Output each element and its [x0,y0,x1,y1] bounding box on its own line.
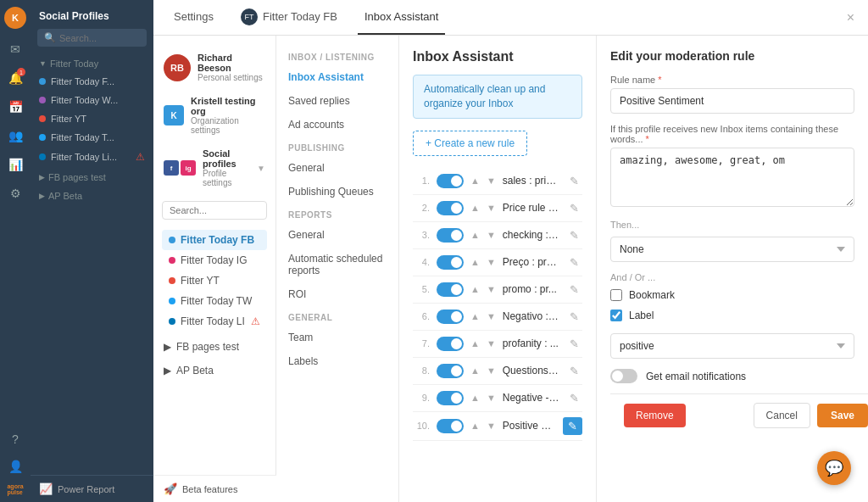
arrow-up-icon[interactable]: ▲ [470,203,480,213]
arrow-down-icon[interactable]: ▼ [487,257,496,267]
sidebar-search-input[interactable] [59,33,140,43]
menu-saved-replies[interactable]: Saved replies [276,89,398,113]
arrow-down-icon[interactable]: ▼ [487,338,496,349]
profile-list-item-fitter-yt[interactable]: Fitter YT [162,271,267,291]
then-select[interactable]: None Bookmark Label Archive Delete [610,237,854,262]
user-avatar-icon[interactable]: K [4,7,26,29]
arrow-up-icon[interactable]: ▲ [470,393,480,403]
menu-team[interactable]: Team [276,326,398,349]
settings-search-input[interactable] [162,201,267,220]
arrow-down-icon[interactable]: ▼ [487,230,496,240]
arrow-up-icon[interactable]: ▲ [470,257,480,267]
menu-roi[interactable]: ROI [276,282,398,306]
group-fitter-today[interactable]: ▼ Fitter Today [31,53,153,72]
arrow-up-icon[interactable]: ▲ [470,421,480,431]
user-role: Personal settings [198,73,265,82]
notifications-icon[interactable]: 🔔 [3,66,27,90]
create-rule-button[interactable]: + Create a new rule [413,131,527,156]
edit-rule-icon[interactable]: ✎ [566,336,582,352]
profile-list-item-fitter-fb[interactable]: Fitter Today FB [162,230,267,250]
rule-toggle-8[interactable] [437,364,464,378]
rule-toggle-9[interactable] [437,391,464,405]
user-richard[interactable]: RB Richard Beeson Personal settings [153,46,275,89]
profile-fitter-today-w[interactable]: Fitter Today W... [31,91,153,109]
profile-fitter-today-t[interactable]: Fitter Today T... [31,128,153,147]
menu-ad-accounts[interactable]: Ad accounts [276,113,398,137]
profile-fitter-yt[interactable]: Fitter YT [31,109,153,128]
calendar-icon[interactable]: 📅 [3,95,27,119]
tab-settings[interactable]: Settings [167,0,220,35]
user-profile-icon[interactable]: 👤 [3,455,27,478]
rule-toggle-6[interactable] [437,310,464,324]
rule-toggle-10[interactable] [437,419,464,433]
rule-toggle-5[interactable] [437,282,464,297]
arrow-down-icon[interactable]: ▼ [487,176,496,186]
group-fb-pages[interactable]: ▶ FB pages test [31,167,153,186]
edit-rule-icon[interactable]: ✎ [566,282,582,298]
chat-bubble-button[interactable]: 💬 [817,451,851,485]
edit-rule-icon[interactable]: ✎ [566,173,582,189]
menu-general-publishing[interactable]: General [276,156,398,180]
social-profiles-section[interactable]: f ig Social profiles Profile settings ▼ [153,142,275,194]
tab-inbox-assistant[interactable]: Inbox Assistant [358,0,445,35]
edit-rule-icon[interactable]: ✎ [566,227,582,243]
rule-name-input[interactable] [610,88,854,114]
menu-inbox-assistant[interactable]: Inbox Assistant [276,65,398,89]
arrow-down-icon[interactable]: ▼ [487,203,496,213]
arrow-down-icon[interactable]: ▼ [487,421,496,431]
contacts-icon[interactable]: 👥 [3,124,27,148]
profile-list-item-fitter-tw[interactable]: Fitter Today TW [162,291,267,311]
bookmark-checkbox[interactable] [610,289,622,301]
menu-automatic-reports[interactable]: Automatic scheduled reports [276,247,398,282]
edit-rule-icon[interactable]: ✎ [566,200,582,216]
profile-fitter-today-li[interactable]: Fitter Today Li... ⚠ [31,147,153,167]
profile-fitter-today-fb[interactable]: Fitter Today F... [31,72,153,91]
org-kristell[interactable]: K Kristell testing org Organization sett… [153,89,275,142]
edit-rule-icon[interactable]: ✎ [566,363,582,379]
ig-icon: ig [181,160,196,176]
tab-fitter-today-fb[interactable]: FT Fitter Today FB [234,0,344,37]
menu-publishing-queues[interactable]: Publishing Queues [276,180,398,204]
group-ap-beta[interactable]: ▶ AP Beta [31,186,153,204]
rule-toggle-2[interactable] [437,201,464,215]
close-button[interactable]: × [847,10,854,25]
menu-labels[interactable]: Labels [276,349,398,373]
email-toggle[interactable] [610,369,637,383]
arrow-down-icon[interactable]: ▼ [487,311,496,321]
arrow-up-icon[interactable]: ▲ [470,284,480,294]
save-button[interactable]: Save [817,404,868,427]
menu-general-reports[interactable]: General [276,223,398,247]
arrow-up-icon[interactable]: ▲ [470,230,480,240]
rule-toggle-4[interactable] [437,255,464,270]
label-checkbox[interactable] [610,310,622,321]
edit-rule-icon[interactable]: ✎ [566,254,582,271]
rule-toggle-7[interactable] [437,337,464,351]
power-report-bar[interactable]: 📈 Power Report [31,475,153,502]
sidebar-search-box[interactable]: 🔍 [37,29,147,47]
rule-toggle-1[interactable] [437,174,464,188]
arrow-up-icon[interactable]: ▲ [470,338,480,349]
remove-button[interactable]: Remove [624,404,686,427]
arrow-down-icon[interactable]: ▼ [487,284,496,294]
arrow-down-icon[interactable]: ▼ [487,365,496,376]
edit-rule-icon-active[interactable]: ✎ [563,417,582,435]
settings-icon[interactable]: ⚙ [3,181,27,205]
profile-list-item-fitter-ig[interactable]: Fitter Today IG [162,250,267,271]
arrow-up-icon[interactable]: ▲ [470,311,480,321]
label-select[interactable]: positive negative neutral [610,333,854,359]
compose-icon[interactable]: ✉ [3,37,27,61]
nav-ap-beta[interactable]: ▶ AP Beta [153,359,275,382]
arrow-down-icon[interactable]: ▼ [487,393,496,403]
edit-rule-icon[interactable]: ✎ [566,390,582,406]
nav-fb-pages-test[interactable]: ▶ FB pages test [153,335,275,359]
beta-features-bar[interactable]: 🚀 Beta features [153,475,276,502]
arrow-up-icon[interactable]: ▲ [470,176,480,186]
edit-rule-icon[interactable]: ✎ [566,309,582,325]
rule-toggle-3[interactable] [437,228,464,243]
cancel-button[interactable]: Cancel [754,403,810,428]
words-textarea[interactable]: amazing, awesome, great, om [610,148,854,207]
help-icon[interactable]: ? [3,427,27,451]
arrow-up-icon[interactable]: ▲ [470,365,480,376]
profile-list-item-fitter-li[interactable]: Fitter Today LI ⚠ [162,311,267,332]
analytics-icon[interactable]: 📊 [3,153,27,176]
